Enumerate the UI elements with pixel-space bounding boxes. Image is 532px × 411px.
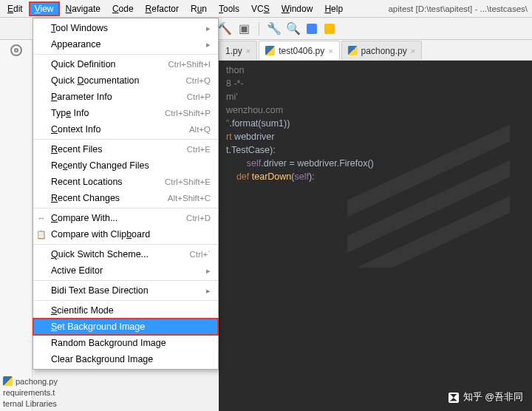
zhihu-icon	[449, 393, 459, 403]
editor-tab-test0406-py[interactable]: test0406.py×	[259, 41, 339, 60]
menu-item-recent-locations[interactable]: Recent LocationsCtrl+Shift+E	[33, 174, 218, 190]
editor-tab-pachong-py[interactable]: pachong.py×	[341, 41, 423, 60]
editor-tab-1-py[interactable]: 1.py×	[219, 41, 257, 60]
menu-vcs[interactable]: VCS	[245, 1, 276, 16]
menu-tools[interactable]: Tools	[213, 1, 245, 16]
search-icon2[interactable]: 🔍	[287, 23, 299, 35]
project-path: apitest [D:\test\apitest] - ...\testcase…	[388, 4, 532, 13]
menu-item-compare-with[interactable]: ↔Compare With...Ctrl+D	[33, 210, 218, 226]
menu-item-appearance[interactable]: Appearance▸	[33, 36, 218, 52]
menu-item-compare-with-clipboard[interactable]: 📋Compare with Clipboard	[33, 226, 218, 242]
menu-item-bidi-text-base-direction[interactable]: Bidi Text Base Direction▸	[33, 282, 218, 299]
python-icon	[3, 376, 13, 386]
menu-code[interactable]: Code	[106, 1, 140, 16]
stop-icon[interactable]: ▣	[238, 23, 250, 35]
watermark: 知乎 @吾非同	[449, 391, 523, 404]
search-icon[interactable]: 🔧	[268, 23, 280, 35]
editor-tabs: 1.py×test0406.py×pachong.py×	[219, 40, 532, 61]
menu-item-quick-documentation[interactable]: Quick DocumentationCtrl+Q	[33, 72, 218, 89]
menu-help[interactable]: Help	[318, 1, 349, 16]
left-gutter	[0, 40, 33, 411]
menu-item-quick-definition[interactable]: Quick DefinitionCtrl+Shift+I	[33, 56, 218, 72]
menu-item-recently-changed-files[interactable]: Recently Changed Files	[33, 157, 218, 174]
g-orange-icon[interactable]	[324, 24, 335, 34]
menu-item-scientific-mode[interactable]: Scientific Mode	[33, 302, 218, 319]
code-editor[interactable]: thon8 -*-mi'wenzhou.com".format(sum1))rt…	[219, 61, 532, 411]
g-blue-icon[interactable]	[307, 24, 317, 34]
menu-navigate[interactable]: Navigate	[60, 1, 106, 16]
menu-item-tool-windows[interactable]: Tool Windows▸	[33, 20, 218, 36]
close-icon[interactable]: ×	[246, 47, 250, 55]
close-icon[interactable]: ×	[411, 47, 415, 55]
menu-item-quick-switch-scheme[interactable]: Quick Switch Scheme...Ctrl+`	[33, 246, 218, 262]
build-icon[interactable]: 🔨	[219, 23, 231, 35]
menu-item-recent-files[interactable]: Recent FilesCtrl+E	[33, 141, 218, 157]
menu-item-context-info[interactable]: Context InfoAlt+Q	[33, 121, 218, 137]
menu-view[interactable]: View	[29, 1, 60, 16]
menu-item-active-editor[interactable]: Active Editor▸	[33, 262, 218, 279]
python-icon	[265, 46, 275, 55]
close-icon[interactable]: ×	[328, 47, 332, 55]
target-icon[interactable]	[10, 44, 22, 56]
menu-edit[interactable]: Edit	[1, 1, 29, 16]
view-menu-popup: Tool Windows▸Appearance▸Quick Definition…	[33, 18, 219, 370]
menu-item-random-background-image[interactable]: Random Background Image	[33, 335, 218, 351]
menu-item-parameter-info[interactable]: Parameter InfoCtrl+P	[33, 89, 218, 105]
menu-window[interactable]: Window	[276, 1, 319, 16]
menu-run[interactable]: Run	[185, 1, 213, 16]
python-icon	[348, 46, 358, 55]
menu-item-clear-background-image[interactable]: Clear Background Image	[33, 351, 218, 367]
menu-item-recent-changes[interactable]: Recent ChangesAlt+Shift+C	[33, 190, 218, 206]
menu-bar: Edit View Navigate Code Refactor Run Too…	[0, 0, 532, 18]
project-tree-bottom[interactable]: pachong.py requirements.t ternal Librari…	[3, 376, 58, 408]
menu-refactor[interactable]: Refactor	[140, 1, 185, 16]
menu-item-type-info[interactable]: Type InfoCtrl+Shift+P	[33, 105, 218, 121]
menu-item-set-background-image[interactable]: Set Background Image	[33, 319, 218, 335]
